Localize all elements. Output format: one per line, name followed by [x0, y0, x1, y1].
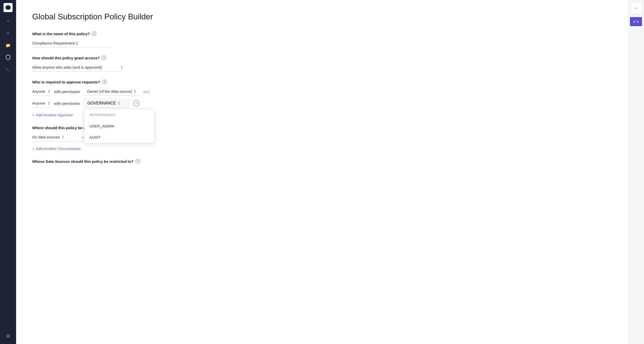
- dropdown-option-all-permissions[interactable]: All Permissions: [84, 109, 154, 120]
- add-another-circumstance-button[interactable]: + Add Another Circumstance: [32, 146, 81, 151]
- right-panel: ‹ ✔ 1: [628, 0, 644, 344]
- badge-shield-icon: ✔: [633, 20, 636, 23]
- approver-who-value-2: Anyone: [32, 101, 45, 105]
- chevron-left-icon: ‹: [635, 6, 637, 10]
- shield-icon: [6, 55, 11, 60]
- panel-toggle-button[interactable]: ‹: [630, 2, 642, 14]
- grant-access-label: How should this policy grant access? ?: [32, 56, 612, 60]
- permission-arrows-1: ▲▼: [134, 89, 136, 93]
- restricted-section: Whose Data Sources should this policy be…: [32, 159, 612, 164]
- policy-name-help-icon[interactable]: ?: [92, 31, 96, 36]
- add-approver-plus-icon: +: [32, 113, 34, 117]
- grant-access-section: How should this policy grant access? ? A…: [32, 56, 612, 72]
- folder-icon: 📁: [6, 43, 11, 48]
- with-permission-text-2: with permission: [54, 101, 80, 106]
- on-datasources-value: On data sources: [32, 135, 60, 139]
- add-another-approver-button[interactable]: + Add Another Approver: [32, 113, 73, 117]
- policy-name-section: What is the name of this policy? ?: [32, 31, 612, 47]
- minus-icon: −: [135, 101, 138, 105]
- remove-approver-2-button[interactable]: −: [133, 100, 139, 106]
- approvers-section: Who is required to approve requests? ? A…: [32, 80, 612, 117]
- grant-access-value: Allow anyone who asks (and is approved): [32, 65, 102, 69]
- policy-name-input[interactable]: [32, 39, 113, 47]
- approvers-help-icon[interactable]: ?: [102, 80, 107, 84]
- logo-icon: [6, 5, 11, 10]
- approver-who-select-2[interactable]: Anyone ▲▼: [32, 99, 50, 108]
- sidebar-item-layers[interactable]: ≡: [3, 28, 13, 38]
- permission-dropdown-container: GOVERNANCE ▲▼ All Permissions USER_ADMIN…: [84, 99, 129, 108]
- sidebar-item-terminal[interactable]: >_: [3, 64, 13, 74]
- permission-dropdown-menu: All Permissions USER_ADMIN AUDIT: [84, 109, 154, 143]
- dropdown-option-user-admin[interactable]: USER_ADMIN: [84, 120, 154, 132]
- on-datasources-arrows: ▲▼: [62, 135, 64, 139]
- approver-row-1: Anyone ▲▼ with permission Owner (of the …: [32, 87, 612, 96]
- with-permission-text-1: with permission: [54, 89, 80, 94]
- sidebar-item-add[interactable]: +: [3, 16, 13, 26]
- layers-icon: ≡: [7, 31, 9, 35]
- circle-plus-icon: ⊕: [6, 333, 10, 339]
- approver-who-select-1[interactable]: Anyone ▲▼: [32, 87, 50, 96]
- on-datasources-select[interactable]: On data sources ▲▼: [32, 133, 77, 141]
- permission-select-2[interactable]: GOVERNANCE ▲▼: [84, 99, 129, 108]
- grant-access-arrows: ▲ ▼: [121, 65, 123, 69]
- approver-who-arrows-1: ▲▼: [48, 89, 50, 93]
- plus-icon: +: [7, 19, 10, 24]
- approvers-label: Who is required to approve requests? ?: [32, 80, 612, 84]
- page-title: Global Subscription Policy Builder: [32, 12, 612, 21]
- grant-access-help-icon[interactable]: ?: [102, 56, 106, 60]
- sidebar-item-shield[interactable]: [3, 52, 13, 62]
- approver-who-value-1: Anyone: [32, 89, 45, 93]
- restricted-label: Whose Data Sources should this policy be…: [32, 159, 612, 164]
- sidebar-item-bottom[interactable]: ⊕: [3, 331, 13, 341]
- sidebar-item-folder[interactable]: 📁: [3, 40, 13, 50]
- main-content: Global Subscription Policy Builder What …: [16, 0, 628, 344]
- add-circumstance-plus-icon: +: [32, 146, 34, 151]
- approver-who-arrows-2: ▲▼: [48, 101, 50, 105]
- restricted-help-icon[interactable]: ?: [136, 159, 140, 164]
- permission-value-2: GOVERNANCE: [87, 101, 116, 106]
- sidebar: + ≡ 📁 >_ ⊕: [0, 0, 16, 344]
- permission-arrows-2: ▲▼: [118, 101, 120, 105]
- sidebar-logo[interactable]: [4, 3, 13, 12]
- terminal-icon: >_: [6, 67, 10, 71]
- panel-badge[interactable]: ✔ 1: [630, 17, 642, 26]
- approver-row-2: Anyone ▲▼ with permission GOVERNANCE ▲▼ …: [32, 99, 612, 108]
- permission-select-1[interactable]: Owner (of the data source) ▲▼: [84, 87, 139, 96]
- grant-access-select[interactable]: Allow anyone who asks (and is approved) …: [32, 63, 123, 72]
- dropdown-option-audit[interactable]: AUDIT: [84, 132, 154, 143]
- and-label-1: and: [143, 89, 149, 94]
- badge-count: 1: [637, 20, 638, 24]
- policy-name-label: What is the name of this policy? ?: [32, 31, 612, 36]
- permission-value-1: Owner (of the data source): [87, 89, 132, 93]
